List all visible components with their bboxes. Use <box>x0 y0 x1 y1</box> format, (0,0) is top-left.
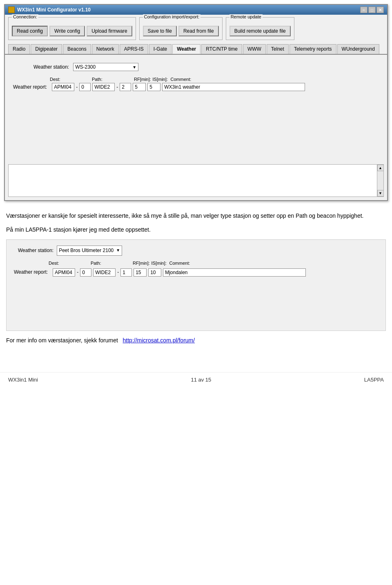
paragraph-1: Værstasjoner er kanskje for spesielt int… <box>6 211 386 220</box>
tab-radio[interactable]: Radio <box>8 44 30 54</box>
page-content: Værstasjoner er kanskje for spesielt int… <box>0 205 392 356</box>
connection-group: Connection: Read config Write config Upl… <box>8 17 136 40</box>
inner-station-row: Weather station: Peet Bros Ultimeter 210… <box>18 246 382 256</box>
window-title: WX3in1 Mini Configurator v1.10 <box>17 7 91 13</box>
inner-report-row: Weather report: - - <box>14 268 382 277</box>
footer-left: WX3in1 Mini <box>8 377 38 383</box>
inner-station-label: Weather station: <box>18 247 53 255</box>
scroll-down-button[interactable]: ▼ <box>377 190 384 196</box>
footer-center: 11 av 15 <box>191 377 211 383</box>
window-controls: − □ ✕ <box>360 7 384 13</box>
page-footer: WX3in1 Mini 11 av 15 LA5PPA <box>0 372 392 387</box>
second-screenshot: Weather station: Peet Bros Ultimeter 210… <box>6 239 386 331</box>
inner-rf-col: RF[min]: <box>133 260 150 267</box>
title-bar: WX3in1 Mini Configurator v1.10 − □ ✕ <box>5 5 387 15</box>
path-col-header: Path: <box>92 77 114 82</box>
write-config-button[interactable]: Write config <box>49 26 85 36</box>
tab-www[interactable]: WWW <box>243 44 266 54</box>
tab-network[interactable]: Network <box>92 44 119 54</box>
inner-dest-col: Dest: <box>49 260 71 267</box>
weather-tab-content: Weather station: WS-2300 ▼ Dest: Path: R… <box>5 55 387 161</box>
tabs-row: Radio Digipeater Beacons Network APRS-IS… <box>5 42 387 55</box>
inner-station-value: Peet Bros Ultimeter 2100 <box>59 247 114 255</box>
remote-update-label: Remote update <box>229 14 263 19</box>
maximize-button[interactable]: □ <box>368 7 376 13</box>
inner-rf-input[interactable] <box>134 268 147 277</box>
scroll-up-button[interactable]: ▲ <box>377 165 384 171</box>
save-to-file-button[interactable]: Save to file <box>143 26 177 36</box>
inner-is-col: IS[min]: <box>151 260 168 267</box>
inner-chevron-down-icon: ▼ <box>116 247 120 254</box>
weather-report-row: Weather report: - - <box>13 83 383 91</box>
connection-label: Connection: <box>12 14 38 19</box>
paragraph-2: På min LA5PPA-1 stasjon kjører jeg med d… <box>6 225 386 234</box>
dest-input[interactable] <box>52 83 74 91</box>
remote-update-group: Remote update Build remote update file <box>226 17 294 40</box>
link-paragraph: For mer info om værstasjoner, sjekk foru… <box>6 336 386 345</box>
inner-comment-input[interactable] <box>163 268 306 277</box>
footer-right: LA5PPA <box>364 377 384 383</box>
station-select[interactable]: WS-2300 ▼ <box>73 63 138 71</box>
config-import-label: Configuration import/export: <box>143 14 201 19</box>
minimize-button[interactable]: − <box>360 7 368 13</box>
application-window: WX3in1 Mini Configurator v1.10 − □ ✕ Con… <box>4 4 388 201</box>
build-remote-button[interactable]: Build remote update file <box>229 26 291 36</box>
read-from-file-button[interactable]: Read from file <box>178 26 219 36</box>
dest-col-header: Dest: <box>50 77 72 82</box>
tab-wunderground[interactable]: WUnderground <box>337 44 379 54</box>
inner-dest-input[interactable] <box>53 268 75 277</box>
inner-dest-num-input[interactable] <box>80 268 91 277</box>
config-import-group: Configuration import/export: Save to fil… <box>139 17 223 40</box>
tab-igate[interactable]: I-Gate <box>149 44 172 54</box>
tab-weather[interactable]: Weather <box>172 44 200 54</box>
comment-input[interactable] <box>162 83 305 91</box>
tab-digipeater[interactable]: Digipeater <box>31 44 62 54</box>
is-input[interactable] <box>147 83 160 91</box>
path-input[interactable] <box>92 83 115 91</box>
link-prefix: For mer info om værstasjoner, sjekk foru… <box>6 337 118 344</box>
column-headers: Dest: Path: RF[min]: IS[min]: Comment: <box>50 77 383 82</box>
tab-telemetry[interactable]: Telemetry reports <box>290 44 336 54</box>
toolbar: Connection: Read config Write config Upl… <box>5 15 387 42</box>
chevron-down-icon: ▼ <box>132 65 136 69</box>
path-num-input[interactable] <box>120 83 131 91</box>
tab-rtc-ntp[interactable]: RTC/NTP time <box>201 44 242 54</box>
dest-num-input[interactable] <box>79 83 91 91</box>
is-col-header: IS[min]: <box>153 77 169 82</box>
scroll-track <box>377 171 383 190</box>
scrollbar[interactable]: ▲ ▼ <box>377 165 383 196</box>
read-config-button[interactable]: Read config <box>12 26 48 36</box>
inner-station-select[interactable]: Peet Bros Ultimeter 2100 ▼ <box>57 246 122 256</box>
tab-aprs-is[interactable]: APRS-IS <box>120 44 148 54</box>
inner-comment-col: Comment: <box>169 260 190 267</box>
inner-path-num-input[interactable] <box>120 268 132 277</box>
close-button[interactable]: ✕ <box>376 7 384 13</box>
weather-station-row: Weather station: WS-2300 ▼ <box>33 63 383 71</box>
app-icon <box>8 7 15 13</box>
inner-path-input[interactable] <box>93 268 116 277</box>
upload-firmware-button[interactable]: Upload firmware <box>87 26 132 36</box>
station-label: Weather station: <box>33 64 69 70</box>
inner-column-headers: Dest: Path: RF[min]: IS[min]: Comment: <box>49 260 382 267</box>
tab-telnet[interactable]: Telnet <box>267 44 289 54</box>
comment-col-header: Comment: <box>171 77 192 82</box>
report-label: Weather report: <box>13 84 50 90</box>
inner-is-input[interactable] <box>148 268 161 277</box>
inner-report-label: Weather report: <box>14 268 51 276</box>
rf-input[interactable] <box>133 83 146 91</box>
station-select-value: WS-2300 <box>75 64 96 70</box>
forum-link[interactable]: http://microsat.com.pl/forum/ <box>123 337 195 344</box>
inner-path-col: Path: <box>91 260 113 267</box>
output-area: ▲ ▼ <box>8 164 384 197</box>
tab-beacons[interactable]: Beacons <box>63 44 91 54</box>
rf-col-header: RF[min]: <box>134 77 151 82</box>
